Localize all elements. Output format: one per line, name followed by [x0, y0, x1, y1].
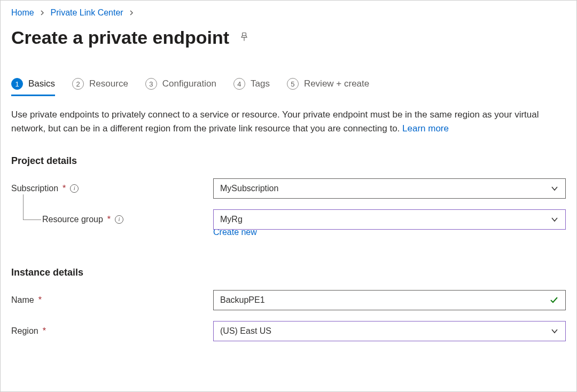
tab-tags[interactable]: 4 Tags: [233, 78, 270, 96]
name-value: BackupPE1: [220, 295, 265, 305]
description-body: Use private endpoints to privately conne…: [11, 109, 539, 134]
tab-review-create[interactable]: 5 Review + create: [287, 78, 369, 96]
breadcrumb-private-link-center-link[interactable]: Private Link Center: [51, 8, 123, 17]
field-resource-group: Resource group * i MyRg: [11, 209, 566, 230]
region-dropdown[interactable]: (US) East US: [213, 321, 566, 341]
tab-resource[interactable]: 2 Resource: [72, 78, 128, 96]
chevron-right-icon: [129, 8, 134, 18]
breadcrumb: Home Private Link Center: [11, 8, 566, 18]
resource-group-value: MyRg: [220, 215, 243, 224]
field-subscription: Subscription * i MySubscription: [11, 178, 566, 199]
svg-rect-0: [243, 33, 246, 35]
section-title-instance-details: Instance details: [11, 267, 566, 278]
step-number-icon: 4: [233, 78, 245, 90]
title-row: Create a private endpoint: [11, 27, 566, 48]
tab-label: Resource: [89, 79, 128, 89]
learn-more-link[interactable]: Learn more: [402, 123, 449, 134]
wizard-tabs: 1 Basics 2 Resource 3 Configuration 4 Ta…: [11, 78, 566, 96]
resource-group-dropdown[interactable]: MyRg: [213, 209, 566, 230]
tab-label: Basics: [28, 79, 55, 89]
tab-label: Review + create: [304, 79, 369, 89]
field-name: Name * BackupPE1: [11, 290, 566, 310]
description-text: Use private endpoints to privately conne…: [11, 108, 566, 136]
pin-icon[interactable]: [239, 32, 249, 44]
subscription-value: MySubscription: [220, 184, 278, 193]
region-label: Region: [11, 326, 38, 336]
region-value: (US) East US: [220, 326, 271, 336]
chevron-right-icon: [40, 8, 45, 18]
section-title-project-details: Project details: [11, 155, 566, 167]
required-indicator: *: [107, 215, 111, 224]
step-number-icon: 1: [11, 78, 23, 90]
required-indicator: *: [38, 295, 42, 305]
name-input[interactable]: BackupPE1: [213, 290, 566, 310]
step-number-icon: 3: [145, 78, 157, 90]
tab-configuration[interactable]: 3 Configuration: [145, 78, 216, 96]
field-region: Region * (US) East US: [11, 321, 566, 341]
tab-basics[interactable]: 1 Basics: [11, 78, 55, 96]
info-icon[interactable]: i: [115, 215, 123, 224]
tab-label: Tags: [251, 79, 270, 89]
info-icon[interactable]: i: [70, 184, 79, 193]
required-indicator: *: [63, 184, 66, 193]
required-indicator: *: [43, 326, 46, 336]
step-number-icon: 2: [72, 78, 84, 90]
resource-group-label: Resource group: [42, 215, 103, 224]
tree-connector-icon: [23, 194, 41, 220]
tab-label: Configuration: [162, 79, 216, 89]
page-title: Create a private endpoint: [11, 27, 229, 48]
name-label: Name: [11, 295, 34, 305]
step-number-icon: 5: [287, 78, 299, 90]
breadcrumb-home-link[interactable]: Home: [11, 8, 34, 17]
subscription-dropdown[interactable]: MySubscription: [213, 178, 566, 199]
subscription-label: Subscription: [11, 184, 58, 193]
